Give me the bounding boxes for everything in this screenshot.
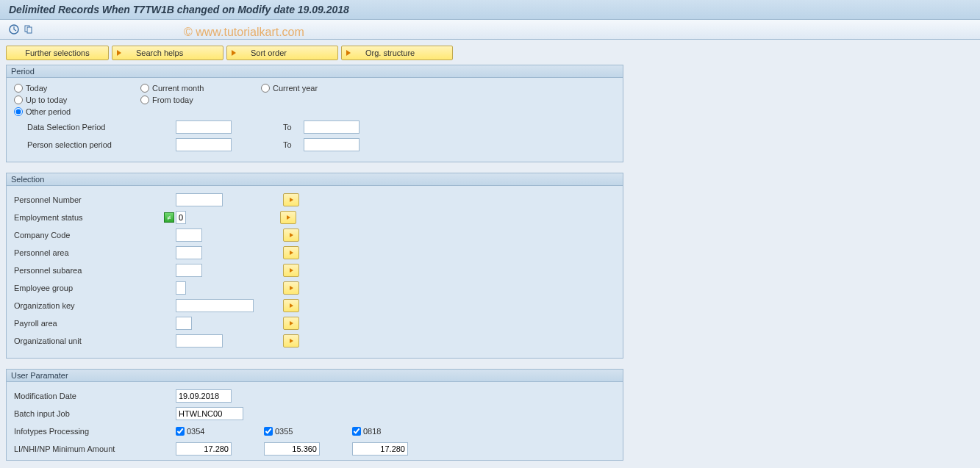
arrow-right-icon: [290, 286, 293, 290]
company-code-label: Company Code: [14, 231, 176, 240]
period-group: Period Today Current month Current year …: [6, 65, 623, 162]
organizational-unit-label: Organizational unit: [14, 336, 176, 345]
person-selection-to-input[interactable]: [304, 138, 360, 151]
radio-current-month[interactable]: Current month: [140, 84, 261, 93]
org-structure-button[interactable]: Org. structure: [341, 46, 453, 60]
person-selection-label: Person selection period: [14, 140, 176, 149]
sort-order-button[interactable]: Sort order: [226, 46, 338, 60]
organization-key-input[interactable]: [176, 299, 254, 312]
multiple-selection-button[interactable]: [283, 228, 299, 242]
personnel-number-label: Personnel Number: [14, 195, 176, 204]
radio-today[interactable]: Today: [14, 84, 140, 93]
radio-current-year-input[interactable]: [261, 84, 270, 93]
infotype-3-group: 0818: [352, 427, 381, 436]
not-equal-icon[interactable]: ≠: [164, 212, 174, 223]
radio-today-label: Today: [26, 84, 47, 93]
multiple-selection-button[interactable]: [283, 281, 299, 295]
svg-rect-2: [27, 27, 32, 33]
radio-today-input[interactable]: [14, 84, 23, 93]
radio-up-to-today[interactable]: Up to today: [14, 96, 140, 104]
arrow-right-icon: [346, 50, 351, 56]
infotypes-label: Infotypes Processing: [14, 427, 176, 436]
multiple-selection-button[interactable]: [283, 264, 299, 277]
radio-from-today[interactable]: From today: [140, 96, 261, 104]
arrow-right-icon: [290, 233, 293, 237]
radio-other-period[interactable]: Other period: [14, 107, 140, 116]
multiple-selection-button[interactable]: [283, 246, 299, 259]
radio-current-month-input[interactable]: [140, 84, 149, 93]
min-amount-3-input[interactable]: [352, 442, 408, 456]
infotype-3-checkbox[interactable]: [352, 427, 361, 436]
infotype-1-label: 0354: [187, 427, 204, 436]
multiple-selection-button[interactable]: [283, 317, 299, 330]
arrow-right-icon: [290, 268, 293, 273]
multiple-selection-button[interactable]: [283, 299, 299, 312]
arrow-right-icon: [290, 339, 293, 343]
radio-up-to-today-input[interactable]: [14, 96, 23, 104]
min-amount-label: LI/NHI/NP Minimum Amount: [14, 444, 176, 453]
min-amount-1-input[interactable]: [176, 442, 232, 456]
multiple-selection-button[interactable]: [280, 211, 296, 224]
batch-input-label: Batch input Job: [14, 409, 176, 418]
personnel-number-input[interactable]: [176, 193, 223, 206]
data-selection-label: Data Selection Period: [14, 123, 176, 132]
selection-header: Selection: [7, 173, 623, 186]
personnel-subarea-label: Personnel subarea: [14, 266, 176, 275]
modification-date-label: Modification Date: [14, 392, 176, 400]
personnel-area-label: Personnel area: [14, 248, 176, 257]
toolbar: [0, 20, 980, 40]
user-param-group: User Paramater Modification Date Batch i…: [6, 369, 623, 461]
min-amount-2-input[interactable]: [264, 442, 320, 456]
infotype-1-checkbox[interactable]: [176, 427, 185, 436]
radio-current-month-label: Current month: [152, 84, 204, 93]
payroll-area-input[interactable]: [176, 317, 192, 330]
company-code-input[interactable]: [176, 228, 202, 242]
multiple-selection-button[interactable]: [283, 193, 299, 206]
personnel-subarea-input[interactable]: [176, 264, 202, 277]
batch-input-input[interactable]: [176, 407, 243, 420]
radio-other-period-input[interactable]: [14, 107, 23, 116]
payroll-area-label: Payroll area: [14, 319, 176, 328]
search-helps-button[interactable]: Search helps: [112, 46, 223, 60]
arrow-right-icon: [290, 251, 293, 255]
radio-from-today-label: From today: [152, 96, 193, 104]
radio-current-year[interactable]: Current year: [261, 84, 379, 93]
arrow-right-icon: [117, 50, 121, 56]
radio-other-period-label: Other period: [26, 107, 71, 116]
radio-from-today-input[interactable]: [140, 96, 149, 104]
infotype-2-checkbox[interactable]: [264, 427, 273, 436]
arrow-right-icon: [290, 321, 293, 325]
further-selections-label: Further selections: [25, 48, 89, 57]
employment-status-input[interactable]: [176, 211, 186, 224]
user-param-header: User Paramater: [7, 370, 623, 382]
data-selection-from-input[interactable]: [176, 120, 232, 134]
page-title: Delimited Records When T7TW1B changed on…: [0, 0, 980, 20]
personnel-area-input[interactable]: [176, 246, 202, 259]
modification-date-input[interactable]: [176, 389, 232, 403]
to-label: To: [283, 140, 292, 149]
radio-up-to-today-label: Up to today: [26, 96, 67, 104]
employment-status-label: Employment status: [14, 213, 164, 222]
selection-group: Selection Personnel Number Employment st…: [6, 173, 623, 359]
employee-group-input[interactable]: [176, 281, 186, 295]
further-selections-button[interactable]: Further selections: [6, 46, 109, 60]
organization-key-label: Organization key: [14, 301, 176, 310]
period-header: Period: [7, 65, 623, 78]
arrow-right-icon: [287, 215, 290, 220]
arrow-right-icon: [232, 50, 236, 56]
org-structure-label: Org. structure: [365, 48, 415, 57]
person-selection-from-input[interactable]: [176, 138, 232, 151]
infotype-2-group: 0355: [264, 427, 352, 436]
execute-icon[interactable]: [7, 23, 21, 36]
organizational-unit-input[interactable]: [176, 334, 223, 348]
multiple-selection-button[interactable]: [283, 334, 299, 348]
employee-group-label: Employee group: [14, 284, 176, 292]
infotype-1-group: 0354: [176, 427, 264, 436]
radio-current-year-label: Current year: [273, 84, 318, 93]
variant-icon[interactable]: [22, 23, 35, 36]
action-buttons: Further selections Search helps Sort ord…: [6, 46, 974, 60]
arrow-right-icon: [290, 303, 293, 308]
search-helps-label: Search helps: [136, 48, 183, 57]
infotype-3-label: 0818: [363, 427, 381, 436]
data-selection-to-input[interactable]: [304, 120, 360, 134]
